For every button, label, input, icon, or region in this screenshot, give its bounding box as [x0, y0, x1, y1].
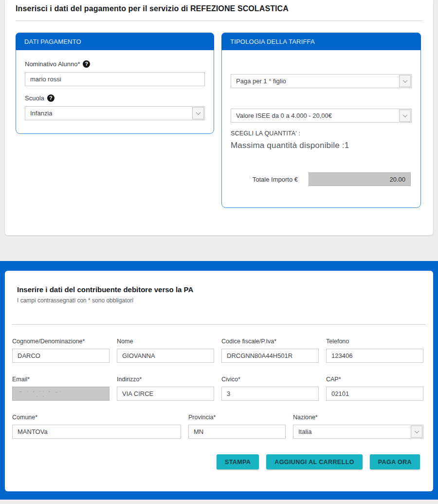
panels-row: DATI PAGAMENTO Nominativo Alunno* ? Scuo…: [15, 33, 423, 208]
actions-row: STAMPA AGGIUNGI AL CARRELLO PAGA ORA: [12, 454, 426, 469]
debtor-card: Inserire i dati del contribuente debitor…: [5, 271, 433, 491]
isee-tariff-select[interactable]: Valore ISEE da 0 a 4.000 - 20,00€: [231, 109, 412, 123]
redaction-marks: ‐ ‑: [19, 393, 105, 398]
student-name-label-row: Nominativo Alunno* ?: [25, 60, 205, 68]
phone-input[interactable]: [326, 349, 423, 363]
address-input[interactable]: [117, 387, 214, 401]
tariff-panel-header: TIPOLOGIA DELLA TARIFFA: [221, 33, 421, 50]
child-number-select[interactable]: Paga per 1 ° figlio: [231, 74, 412, 88]
nation-field-group: Nazione* Italia: [293, 401, 423, 439]
municipality-field-group: Comune*: [12, 401, 181, 439]
tariff-panel-body: Paga per 1 ° figlio Valore ISEE da 0 a 4…: [222, 50, 420, 207]
payment-data-panel: DATI PAGAMENTO Nominativo Alunno* ? Scuo…: [16, 33, 214, 134]
chevron-down-icon: [399, 110, 411, 122]
add-to-cart-button[interactable]: AGGIUNGI AL CARRELLO: [266, 454, 363, 469]
surname-label: Cognome/Denominazione*: [12, 338, 110, 345]
total-amount-label: Totale Importo €: [253, 176, 298, 183]
cap-label: CAP*: [326, 376, 423, 383]
civic-input[interactable]: [221, 387, 319, 401]
surname-input[interactable]: [12, 349, 110, 363]
choose-quantity-label: SCEGLI LA QUANTITA' :: [231, 130, 412, 137]
name-label: Nome: [117, 338, 214, 345]
nation-label: Nazione*: [293, 414, 423, 421]
debtor-heading: Inserire i dati del contribuente debitor…: [17, 285, 426, 294]
isee-tariff-select-value: Valore ISEE da 0 a 4.000 - 20,00€: [236, 112, 332, 119]
fiscal-code-label: Codice fiscale/P.Iva*: [221, 338, 319, 345]
address-field-group: Indirizzo*: [117, 363, 214, 401]
name-input[interactable]: [117, 349, 214, 363]
chevron-down-icon: [411, 426, 422, 438]
help-icon[interactable]: ?: [83, 60, 90, 68]
chevron-down-icon: [192, 107, 204, 119]
civic-field-group: Civico*: [221, 363, 319, 401]
province-input[interactable]: [188, 425, 286, 439]
email-field-redacted[interactable]: ‒ · ‐ ·· ‑ ‥· ‐ ‑: [12, 387, 110, 401]
fiscal-code-field-group: Codice fiscale/P.Iva*: [221, 325, 319, 363]
surname-field-group: Cognome/Denominazione*: [12, 325, 110, 363]
payment-entry-card: Inserisci i dati del pagamento per il se…: [5, 0, 433, 235]
page-title: Inserisci i dati del pagamento per il se…: [16, 4, 422, 13]
total-amount-field: 20.00: [309, 172, 411, 186]
pay-now-button[interactable]: PAGA ORA: [370, 454, 420, 469]
email-label: Email*: [12, 376, 110, 383]
student-name-label: Nominativo Alunno*: [25, 60, 80, 68]
redaction-marks: ‒ · ‐ ·· ‑ ‥·: [19, 389, 105, 393]
required-fields-note: I campi contrassegnati con * sono obblig…: [17, 297, 426, 304]
phone-label: Telefono: [326, 338, 423, 345]
form-row-2: Email* ‒ · ‐ ·· ‑ ‥· ‐ ‑ Indirizzo* Civi…: [12, 363, 426, 401]
max-quantity-text: Massima quantità disponibile :1: [231, 141, 412, 150]
total-amount-row: Totale Importo € 20.00: [231, 172, 412, 186]
fiscal-code-input[interactable]: [221, 349, 319, 363]
print-button[interactable]: STAMPA: [217, 454, 259, 469]
nation-select-value: Italia: [298, 428, 311, 435]
student-name-input[interactable]: [25, 72, 205, 86]
school-label-row: Scuola ?: [25, 94, 205, 102]
form-row-3: Comune* Provincia* Nazione* Italia: [12, 401, 426, 439]
nation-select[interactable]: Italia: [293, 425, 423, 439]
phone-field-group: Telefono: [326, 325, 423, 363]
school-select[interactable]: Infanzia: [25, 106, 205, 120]
payment-panel-body: Nominativo Alunno* ? Scuola ? Infanzia: [16, 50, 214, 133]
help-icon[interactable]: ?: [47, 94, 55, 102]
province-field-group: Provincia*: [188, 401, 286, 439]
address-label: Indirizzo*: [117, 376, 214, 383]
municipality-label: Comune*: [12, 414, 181, 421]
province-label: Provincia*: [188, 414, 286, 421]
title-divider: [16, 20, 422, 21]
name-field-group: Nome: [117, 325, 214, 363]
school-label: Scuola: [25, 94, 44, 102]
payment-panel-header: DATI PAGAMENTO: [16, 33, 214, 50]
chevron-down-icon: [399, 75, 411, 87]
school-select-value: Infanzia: [30, 110, 53, 117]
child-number-select-value: Paga per 1 ° figlio: [236, 77, 286, 85]
municipality-input[interactable]: [12, 425, 181, 439]
cap-input[interactable]: [326, 387, 423, 401]
tariff-type-panel: TIPOLOGIA DELLA TARIFFA Paga per 1 ° fig…: [221, 33, 421, 208]
civic-label: Civico*: [221, 376, 319, 383]
cap-field-group: CAP*: [326, 363, 423, 401]
debtor-section: Inserire i dati del contribuente debitor…: [0, 261, 438, 500]
form-row-1: Cognome/Denominazione* Nome Codice fisca…: [12, 325, 426, 363]
email-field-group: Email* ‒ · ‐ ·· ‑ ‥· ‐ ‑: [12, 363, 110, 401]
